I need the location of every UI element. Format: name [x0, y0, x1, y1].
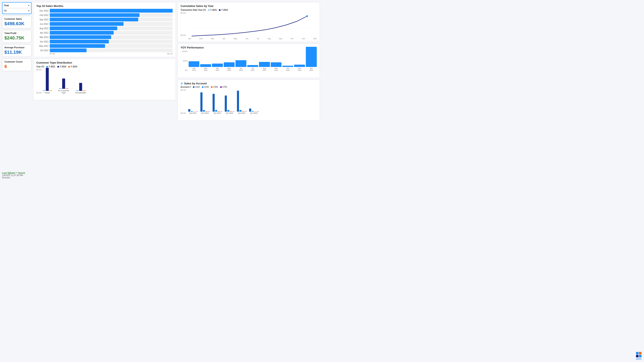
- total-profit-title: Total Profit: [4, 32, 29, 34]
- average-purchase-value: $11.19K: [4, 49, 29, 55]
- average-purchase-title: Average Purchase: [4, 46, 29, 49]
- sba-bars-inner: [237, 91, 246, 112]
- sba-bars-inner: [225, 95, 234, 112]
- year-value-row[interactable]: All ▼: [4, 8, 30, 13]
- hbar-row: Oct 2022: [36, 48, 173, 52]
- sba-bar: [208, 111, 210, 112]
- hbar-label: Mar 2022: [36, 36, 48, 38]
- ctd-dot: [68, 66, 70, 67]
- yoy-bar: [200, 64, 211, 67]
- sba-bar: [252, 111, 254, 112]
- sba-bar: [196, 111, 198, 112]
- hbar-row: Aug 2022: [36, 26, 173, 30]
- ctd-legend-item: Y 2022: [57, 65, 66, 68]
- ctd-xlabel: Retail: [45, 92, 50, 94]
- sba-legend: Account # 4100 4200 4300 4700: [181, 86, 317, 88]
- hbar-bg: [50, 26, 173, 30]
- hbar-bg: [50, 31, 173, 35]
- yoy-group: Feb 2022: [188, 61, 200, 71]
- cum-x-label: Feb: [199, 37, 203, 40]
- sba-bars: Q4-2021Q1-2022Q2-2022Q3-2022Q4-2022Q1-20…: [188, 89, 317, 118]
- acc4100-dot: [193, 86, 194, 88]
- ctd-bar: [49, 90, 52, 91]
- cum-x-axis: JanFebMarAprMayJunJulAugSepOctNovDec: [188, 37, 317, 40]
- hbar-row: Sep 2022: [36, 18, 173, 21]
- sba-legend-4300: 4300: [211, 86, 218, 88]
- yoy-xlabel: Oct 2022: [286, 67, 290, 71]
- hbar-bg: [50, 40, 173, 43]
- ctd-series-label: Y 2023: [70, 65, 77, 68]
- ctd-legend-item: Y 2021: [46, 65, 55, 68]
- hbar-bg: [50, 9, 173, 12]
- acc4300-dot: [211, 86, 212, 88]
- ctd-bar: [66, 88, 68, 89]
- hbar-row: Jun 2022: [36, 22, 173, 26]
- sba-bar: [188, 109, 190, 112]
- yoy-group: Jul 2022: [247, 65, 258, 71]
- sba-account-label: Account #: [181, 86, 191, 88]
- sba-bar: [232, 111, 234, 112]
- axis-min: $0.0M: [50, 53, 55, 55]
- ctd-bars: [59, 78, 68, 89]
- sba-bar: [249, 108, 251, 112]
- acc4200-label: 4200: [204, 86, 209, 88]
- year-filter-row[interactable]: Year ▼: [4, 3, 30, 7]
- yoy-group: Aug 2022: [259, 62, 270, 71]
- cum-x-label: Oct: [290, 37, 294, 40]
- chevron-down-icon: ▼: [28, 4, 30, 7]
- sba-group: Q1-2022: [200, 92, 210, 114]
- sba-group: Q3-2022: [225, 95, 234, 114]
- yoy-bar: [188, 61, 200, 67]
- total-profit-value: $240.75K: [4, 35, 29, 41]
- sales-by-account-chart: ⊞ Sales by Account Account # 4100 4200 4…: [178, 79, 320, 121]
- hbar-row: Dec 2022: [36, 9, 173, 12]
- customer-count-value: 6: [4, 64, 29, 69]
- sba-bar: [230, 111, 232, 112]
- ctd-legend: Year (Y)Y 2021Y 2022Y 2023: [36, 65, 173, 68]
- yoy-bars: Feb 2022Mar 2022Apr 2022May 2022Jun 2022…: [188, 50, 317, 75]
- yoy-bar: [271, 62, 282, 67]
- sba-bar: [240, 110, 242, 112]
- acc4300-label: 4300: [213, 86, 218, 88]
- ctd-group: HomeBuilder: [75, 83, 86, 94]
- acc4100-label: 4100: [195, 86, 200, 88]
- yoy-group: Jun 2022: [236, 60, 246, 71]
- ctd-bar: [79, 83, 82, 91]
- customer-sales-value: $498.63K: [4, 21, 29, 26]
- axis-max: $0.1M: [167, 53, 172, 55]
- yoy-group: Oct 2022: [282, 66, 293, 71]
- cum-x-label: Sep: [279, 37, 282, 40]
- acc4700-dot: [220, 86, 222, 88]
- sync-section: Last QQube™ Synch 1/9/2023 11:07:36 PM -…: [2, 172, 32, 179]
- sba-bar: [218, 111, 220, 112]
- filter-year-value: All: [4, 9, 6, 12]
- yoy-bar: [294, 65, 305, 67]
- hbar-fill: [50, 22, 124, 26]
- acc4700-label: 4700: [222, 86, 227, 88]
- ctd-legend-label: Year (Y): [36, 65, 44, 68]
- yoy-chart: YOY Performance 1000% 500% 0% Feb 2022Ma…: [178, 44, 320, 78]
- hbar-fill: [50, 9, 173, 12]
- sba-legend-4100: 4100: [193, 86, 200, 88]
- customer-count-card: Customer Count 6: [2, 58, 32, 71]
- sba-bar: [257, 111, 259, 112]
- ctd-title: Customer Type Distribution: [36, 61, 173, 64]
- yoy-bar: [224, 62, 234, 67]
- yoy-xlabel: Sep 2022: [274, 67, 278, 71]
- sba-bar: [193, 111, 195, 112]
- yoy-title: YOY Performance: [181, 46, 317, 49]
- right-column: Cumulative Sales by Year Transaction Dat…: [178, 2, 320, 179]
- ctd-series-label: Y 2022: [60, 65, 66, 68]
- yoy-xlabel: Jul 2022: [251, 67, 254, 71]
- sba-group: Q4-2021: [188, 109, 198, 114]
- cum-x-label: Jul: [257, 37, 259, 40]
- sba-bar: [200, 92, 202, 112]
- sba-bar: [244, 111, 246, 112]
- sba-xlabel: Q1-2023: [250, 112, 258, 114]
- yoy-xlabel: Mar 2022: [204, 67, 208, 71]
- hbar-label: Apr 2022: [36, 32, 48, 34]
- sba-bar: [254, 111, 256, 112]
- cum-x-label: Apr: [222, 37, 226, 40]
- yoy-xlabel: Jun 2022: [239, 67, 243, 71]
- yoy-bar: [282, 66, 293, 67]
